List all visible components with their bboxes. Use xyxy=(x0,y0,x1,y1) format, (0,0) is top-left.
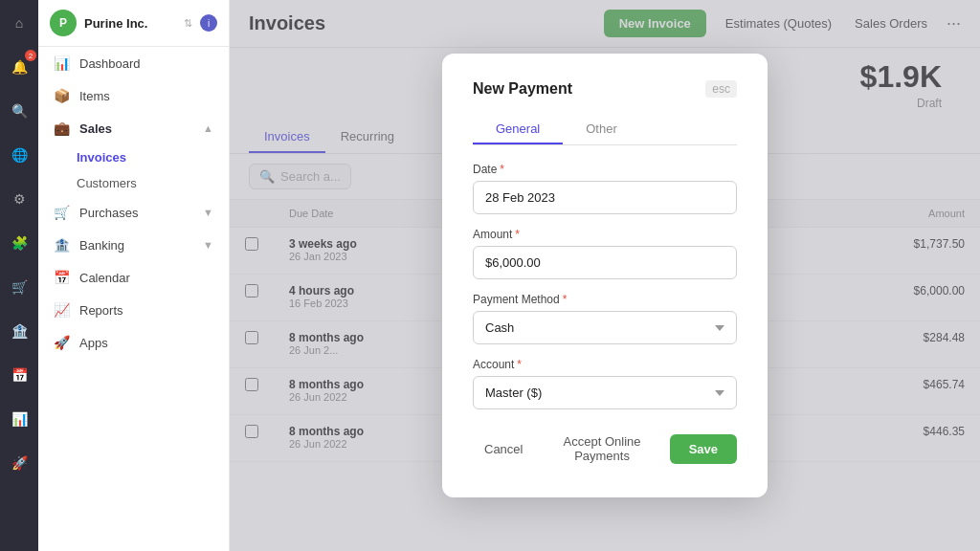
save-button[interactable]: Save xyxy=(670,434,737,464)
gear-icon[interactable]: ⚙ xyxy=(6,186,33,212)
notification-badge: 2 xyxy=(25,50,36,61)
modal-tab-other[interactable]: Other xyxy=(563,115,640,144)
banking-icon: 🏦 xyxy=(54,237,70,253)
nav-items[interactable]: 📦 Items xyxy=(38,79,229,112)
nav-purchases-label: Purchases xyxy=(79,206,138,220)
search-icon[interactable]: 🔍 xyxy=(6,98,33,124)
account-label: Account * xyxy=(473,358,737,371)
calendar-nav-icon: 📅 xyxy=(54,270,70,285)
bell-icon[interactable]: 🔔 2 xyxy=(6,54,33,80)
bank-icon[interactable]: 🏦 xyxy=(6,318,33,344)
company-toggle-icon[interactable]: ⇅ xyxy=(184,17,192,30)
date-input[interactable] xyxy=(473,181,737,214)
nav-reports-label: Reports xyxy=(79,303,123,318)
modal-tab-general[interactable]: General xyxy=(473,115,563,144)
nav-purchases[interactable]: 🛒 Purchases ▼ xyxy=(38,196,229,229)
sales-icon: 💼 xyxy=(54,121,70,136)
cart-icon[interactable]: 🛒 xyxy=(6,274,33,300)
amount-required: * xyxy=(515,228,520,241)
globe-icon[interactable]: 🌐 xyxy=(6,142,33,168)
calendar-icon[interactable]: 📅 xyxy=(6,362,33,388)
amount-label: Amount * xyxy=(473,228,737,241)
report-icon[interactable]: 📊 xyxy=(6,406,33,432)
nav-dashboard-label: Dashboard xyxy=(79,56,141,71)
nav-apps[interactable]: 🚀 Apps xyxy=(38,326,229,359)
nav-invoices[interactable]: Invoices xyxy=(77,144,229,170)
date-label: Date * xyxy=(473,163,737,176)
sales-expand-icon: ▲ xyxy=(203,122,213,134)
nav-sales-label: Sales xyxy=(79,121,112,136)
accept-online-button[interactable]: Accept Online Payments xyxy=(544,427,659,471)
modal-title: New Payment xyxy=(473,80,572,98)
nav-customers[interactable]: Customers xyxy=(77,170,229,196)
company-header[interactable]: P Purine Inc. ⇅ i xyxy=(38,0,229,47)
nav-apps-icon: 🚀 xyxy=(54,335,70,350)
account-required: * xyxy=(517,358,522,371)
nav-banking[interactable]: 🏦 Banking ▼ xyxy=(38,229,229,261)
banking-expand-icon: ▼ xyxy=(203,239,213,251)
nav-banking-label: Banking xyxy=(79,238,124,253)
modal-close-button[interactable]: esc xyxy=(705,80,737,98)
nav-calendar[interactable]: 📅 Calendar xyxy=(38,261,229,294)
nav-dashboard[interactable]: 📊 Dashboard xyxy=(38,47,229,79)
items-icon: 📦 xyxy=(54,88,70,103)
home-icon[interactable]: ⌂ xyxy=(6,10,33,36)
modal-header: New Payment esc xyxy=(473,80,737,98)
modal-overlay: New Payment esc General Other Date * Amo… xyxy=(230,0,980,551)
sidebar: ⌂ 🔔 2 🔍 🌐 ⚙ 🧩 🛒 🏦 📅 📊 🚀 xyxy=(0,0,38,551)
company-logo: P xyxy=(50,10,77,36)
modal-tabs: General Other xyxy=(473,115,737,145)
nav-sales[interactable]: 💼 Sales ▲ xyxy=(38,112,229,144)
company-name: Purine Inc. xyxy=(84,16,176,31)
date-required: * xyxy=(500,163,504,176)
modal-footer: Cancel Accept Online Payments Save xyxy=(473,427,737,471)
nav-items-label: Items xyxy=(79,89,110,103)
payment-method-required: * xyxy=(563,293,568,306)
nav-apps-label: Apps xyxy=(79,336,108,350)
account-select[interactable]: Master ($) xyxy=(473,376,737,409)
dashboard-icon: 📊 xyxy=(54,55,70,71)
left-nav: P Purine Inc. ⇅ i 📊 Dashboard 📦 Items 💼 … xyxy=(38,0,230,551)
company-info-icon[interactable]: i xyxy=(200,14,217,32)
cancel-button[interactable]: Cancel xyxy=(473,434,534,464)
nav-calendar-label: Calendar xyxy=(79,271,130,285)
purchases-expand-icon: ▼ xyxy=(203,207,213,218)
nav-reports[interactable]: 📈 Reports xyxy=(38,294,229,326)
purchases-icon: 🛒 xyxy=(54,205,70,220)
amount-input[interactable] xyxy=(473,246,737,279)
reports-icon: 📈 xyxy=(54,302,70,318)
main-content: Invoices New Invoice Estimates (Quotes) … xyxy=(230,0,980,551)
payment-method-label: Payment Method * xyxy=(473,293,737,306)
payment-method-select[interactable]: Cash xyxy=(473,311,737,344)
new-payment-modal: New Payment esc General Other Date * Amo… xyxy=(442,54,768,497)
apps-icon[interactable]: 🚀 xyxy=(6,450,33,476)
puzzle-icon[interactable]: 🧩 xyxy=(6,230,33,256)
